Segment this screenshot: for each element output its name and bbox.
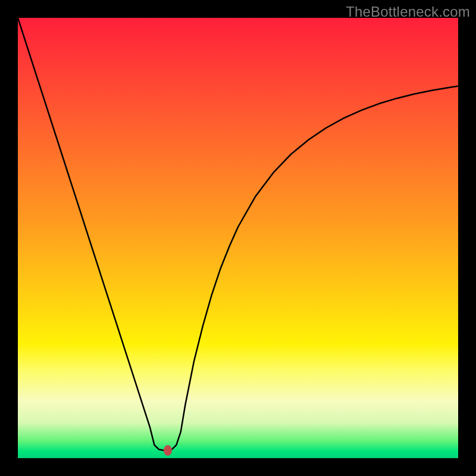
plot-area bbox=[18, 18, 458, 458]
chart-frame: TheBottleneck.com bbox=[0, 0, 476, 476]
bottleneck-curve bbox=[18, 18, 458, 450]
curve-svg bbox=[18, 18, 458, 458]
minimum-marker bbox=[164, 445, 172, 456]
